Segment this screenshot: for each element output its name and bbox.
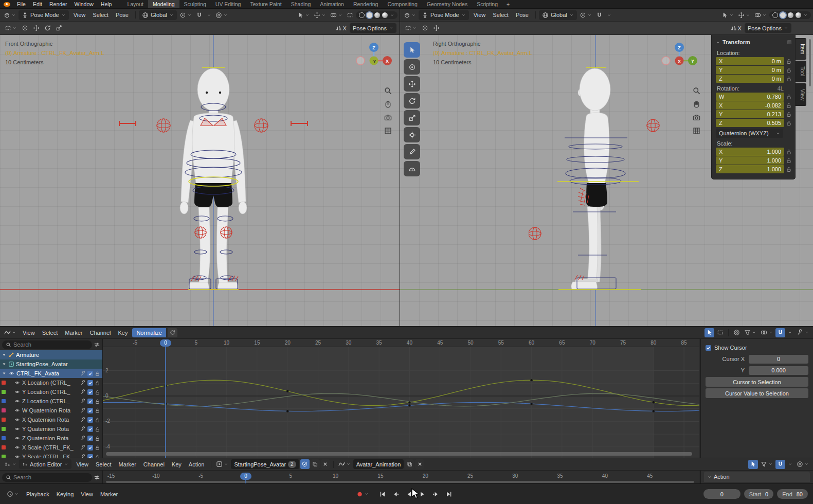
frame-start-field[interactable]: Start0 [744, 489, 773, 499]
play-reverse-button[interactable] [403, 489, 415, 500]
proportional-edit-toggle[interactable] [732, 328, 742, 337]
play-button[interactable] [416, 489, 428, 500]
modifier-icon[interactable] [80, 380, 86, 386]
select-mode-dropdown[interactable] [3, 24, 19, 33]
cursor-to-selection-button[interactable]: Cursor to Selection [706, 377, 808, 387]
prev-keyframe-button[interactable] [389, 489, 402, 500]
pivot-dropdown[interactable] [178, 10, 193, 20]
location-field[interactable]: Y0 m [716, 66, 784, 74]
gizmos-dropdown[interactable] [736, 10, 752, 20]
workspace-tab[interactable]: Modeling [148, 0, 179, 8]
channel-row[interactable]: Armature [0, 350, 102, 359]
channel-enable-checkbox[interactable] [87, 436, 93, 441]
channel-enable-checkbox[interactable] [87, 371, 93, 376]
visibility-dropdown[interactable] [720, 10, 735, 20]
add-workspace-button[interactable]: + [502, 0, 514, 8]
status-menu-item[interactable]: View [77, 484, 97, 504]
jump-start-button[interactable] [376, 489, 388, 500]
mirror-x-toggle[interactable]: X [334, 24, 348, 33]
mode-dropdown[interactable]: Pose Mode [419, 10, 469, 20]
shading-wireframe-button[interactable] [359, 12, 365, 18]
channel-name[interactable]: Z Quaternion Rota [22, 435, 79, 441]
lock-icon[interactable] [786, 67, 792, 73]
channel-row[interactable]: Y Location (CTRL_ [0, 387, 102, 397]
dope-menu-item[interactable]: View [73, 458, 92, 470]
snap-magnet-toggle[interactable] [594, 10, 604, 20]
modifier-icon[interactable] [80, 408, 86, 413]
current-frame-line[interactable] [165, 346, 166, 458]
lock-icon[interactable] [95, 389, 100, 395]
workspace-tab[interactable]: Compositing [383, 0, 422, 8]
browse-action-dropdown[interactable] [214, 460, 230, 469]
graph-horizontal-scrollbar[interactable] [106, 452, 692, 456]
dope-menu-item[interactable]: Key [168, 458, 185, 470]
visibility-eye-icon[interactable] [14, 380, 21, 385]
rotation-field[interactable]: Z0.505 [716, 119, 784, 127]
lock-icon[interactable] [95, 417, 100, 423]
tool-transform[interactable] [404, 127, 420, 142]
cursor-value-to-selection-button[interactable]: Cursor Value to Selection [706, 388, 808, 398]
dope-menu-item[interactable]: Marker [115, 458, 140, 470]
channel-name[interactable]: Y Quaternion Rota [22, 426, 79, 432]
action-datablock-field[interactable]: StartingPose_Avatar 2 [231, 459, 299, 469]
lock-icon[interactable] [786, 120, 792, 126]
select-pointer-toggle[interactable] [704, 328, 714, 337]
shading-rendered-button[interactable] [796, 12, 801, 18]
dope-menu-item[interactable]: Channel [140, 458, 168, 470]
graph-menu-item[interactable]: View [19, 327, 39, 338]
workspace-tab[interactable]: UV Editing [211, 0, 246, 8]
menu-item[interactable]: Window [70, 0, 97, 8]
scale-field[interactable]: Z1.000 [716, 165, 784, 173]
normalize-toggle[interactable]: Normalize [132, 328, 166, 337]
keyframe-dot[interactable] [286, 410, 288, 412]
visibility-eye-icon[interactable] [8, 371, 15, 376]
modifier-icon[interactable] [80, 445, 86, 451]
viewport-menu-item[interactable]: View [470, 9, 490, 21]
gizmo-minus-x-ball[interactable] [356, 57, 365, 65]
channel-row[interactable]: Z Location (CTRL_ [0, 397, 102, 406]
viewport-menu-item[interactable]: Select [89, 9, 112, 21]
pan-hand-icon[interactable] [384, 100, 392, 109]
channel-enable-checkbox[interactable] [87, 389, 93, 395]
ortho-grid-icon[interactable] [692, 127, 701, 135]
cursor-y-field[interactable]: 0.000 [749, 366, 808, 375]
menu-item[interactable]: Help [97, 0, 116, 8]
tool-settings-toggle-1[interactable] [20, 24, 30, 33]
camera-view-icon[interactable] [384, 113, 392, 122]
blender-logo-icon[interactable] [0, 0, 13, 8]
filter-dropdown[interactable] [743, 328, 758, 337]
new-action-copy-button[interactable] [311, 459, 320, 469]
rotation-field[interactable]: Y0.213 [716, 110, 784, 118]
graph-plot-area[interactable]: 20-2-4 [103, 347, 699, 458]
select-mode-dropdown[interactable] [403, 24, 419, 33]
pose-options-dropdown[interactable]: Pose Options [745, 23, 791, 33]
lock-icon[interactable] [786, 149, 792, 155]
channel-enable-checkbox[interactable] [87, 380, 93, 386]
channel-name[interactable]: Z Location (CTRL_ [22, 398, 79, 404]
channel-name[interactable]: CTRL_FK_Avata [16, 370, 79, 376]
channel-name[interactable]: X Scale (CTRL_FK_ [22, 444, 79, 451]
unlink-track-button[interactable] [415, 459, 424, 469]
graph-menu-item[interactable]: Channel [86, 327, 114, 338]
workspace-tab[interactable]: Texture Paint [245, 0, 286, 8]
show-cursor-checkbox[interactable] [706, 345, 711, 351]
scale-field[interactable]: X1.000 [716, 148, 784, 156]
menu-item[interactable]: File [13, 0, 29, 8]
editor-type-button[interactable] [2, 10, 17, 20]
orientation-dropdown[interactable]: Global [139, 10, 177, 20]
tool-settings-toggle-1[interactable] [420, 24, 430, 33]
channel-row[interactable]: CTRL_FK_Avata [0, 369, 102, 378]
channel-enable-checkbox[interactable] [87, 408, 93, 413]
gizmo-minus-y-ball[interactable] [662, 57, 670, 65]
action-panel-header[interactable]: Action [704, 472, 810, 482]
mirror-x-toggle[interactable]: X [729, 24, 743, 33]
tool-scale[interactable] [404, 110, 420, 125]
status-menu-item[interactable]: Marker [97, 484, 121, 504]
modifier-icon[interactable] [80, 426, 86, 432]
fcurve-modifier-dropdown[interactable] [795, 328, 810, 337]
lock-icon[interactable] [95, 399, 100, 404]
panel-collapse-icon[interactable] [716, 40, 720, 45]
modifier-icon[interactable] [80, 436, 86, 441]
visibility-eye-icon[interactable] [14, 389, 21, 394]
visibility-eye-icon[interactable] [14, 399, 21, 404]
